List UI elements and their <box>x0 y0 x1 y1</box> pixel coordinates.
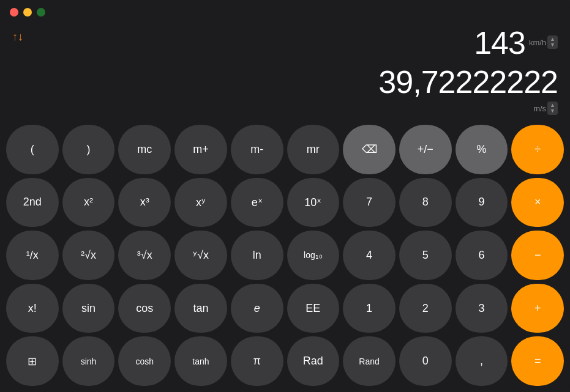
minimize-button[interactable] <box>23 8 32 17</box>
cos-button[interactable]: cos <box>118 284 171 333</box>
three-button[interactable]: 3 <box>456 284 508 333</box>
divide-button[interactable]: ÷ <box>511 125 564 174</box>
buttons-area: ()mcm+m-mr⌫+/−%÷2ndx²x³xʸeˣ10ˣ789×¹/x²√x… <box>0 120 570 392</box>
main-unit-selector[interactable]: ▲▼ <box>547 102 558 115</box>
mr-button[interactable]: mr <box>287 125 340 174</box>
button-row-2: ¹/x²√x³√xʸ√xlnlog₁₀456− <box>6 231 564 280</box>
backspace-button[interactable]: ⌫ <box>343 125 396 174</box>
mc-button[interactable]: mc <box>118 125 171 174</box>
traffic-lights <box>10 8 45 17</box>
top-unit-selector[interactable]: ▲▼ <box>547 35 558 49</box>
close-button[interactable] <box>10 8 18 17</box>
multiply-button[interactable]: × <box>511 178 564 227</box>
four-button[interactable]: 4 <box>343 231 396 280</box>
10-to-x-button[interactable]: 10ˣ <box>287 178 340 227</box>
log10-button[interactable]: log₁₀ <box>287 231 340 280</box>
cbrt-button[interactable]: ³√x <box>118 231 171 280</box>
calculator-window: ↑↓ 143 km/h ▲▼ 39,72222222 m/s ▲▼ ()mcm+… <box>0 0 570 392</box>
tanh-button[interactable]: tanh <box>174 336 227 386</box>
percent-button[interactable]: % <box>456 125 508 174</box>
x-cubed-button[interactable]: x³ <box>118 178 171 227</box>
one-over-x-button[interactable]: ¹/x <box>6 231 59 280</box>
top-value: 143 <box>474 24 525 61</box>
two-button[interactable]: 2 <box>399 284 452 333</box>
button-row-1: 2ndx²x³xʸeˣ10ˣ789× <box>6 178 564 227</box>
pi-button[interactable]: π <box>231 336 283 386</box>
main-unit: m/s ▲▼ <box>12 102 558 115</box>
sinh-button[interactable]: sinh <box>62 336 115 386</box>
x-to-y-button[interactable]: xʸ <box>174 178 227 227</box>
subtract-button[interactable]: − <box>511 231 564 280</box>
ee-button[interactable]: EE <box>287 284 340 333</box>
close-paren-button[interactable]: ) <box>62 125 115 174</box>
button-row-0: ()mcm+m-mr⌫+/−%÷ <box>6 125 564 174</box>
euler-button[interactable]: e <box>231 284 283 333</box>
m-plus-button[interactable]: m+ <box>174 125 227 174</box>
tan-button[interactable]: tan <box>174 284 227 333</box>
rand-button[interactable]: Rand <box>343 336 396 386</box>
grid-button[interactable]: ⊞ <box>6 336 59 386</box>
e-to-x-button[interactable]: eˣ <box>231 178 283 227</box>
ln-button[interactable]: ln <box>231 231 283 280</box>
zero-button[interactable]: 0 <box>399 336 452 386</box>
open-paren-button[interactable]: ( <box>6 125 59 174</box>
equals-button[interactable]: = <box>511 336 564 386</box>
eight-button[interactable]: 8 <box>399 178 452 227</box>
factorial-button[interactable]: x! <box>6 284 59 333</box>
sin-button[interactable]: sin <box>62 284 115 333</box>
conversion-row: 143 km/h ▲▼ <box>12 24 558 61</box>
seven-button[interactable]: 7 <box>343 178 396 227</box>
main-value: 39,72222222 <box>12 64 558 100</box>
five-button[interactable]: 5 <box>399 231 452 280</box>
yth-root-button[interactable]: ʸ√x <box>174 231 227 280</box>
second-button[interactable]: 2nd <box>6 178 59 227</box>
one-button[interactable]: 1 <box>343 284 396 333</box>
button-row-4: ⊞sinhcoshtanhπRadRand0,= <box>6 336 564 386</box>
cosh-button[interactable]: cosh <box>118 336 171 386</box>
x-squared-button[interactable]: x² <box>62 178 115 227</box>
six-button[interactable]: 6 <box>456 231 508 280</box>
decimal-button[interactable]: , <box>456 336 508 386</box>
add-button[interactable]: + <box>511 284 564 333</box>
button-row-3: x!sincostaneEE123+ <box>6 284 564 333</box>
swap-icon[interactable]: ↑↓ <box>12 31 23 43</box>
m-minus-button[interactable]: m- <box>231 125 283 174</box>
top-unit: km/h ▲▼ <box>529 35 558 49</box>
sqrt-button[interactable]: ²√x <box>62 231 115 280</box>
maximize-button[interactable] <box>37 8 45 17</box>
rad-button[interactable]: Rad <box>287 336 340 386</box>
display-area: ↑↓ 143 km/h ▲▼ 39,72222222 m/s ▲▼ <box>0 24 570 120</box>
nine-button[interactable]: 9 <box>456 178 508 227</box>
titlebar <box>0 0 570 24</box>
plus-minus-button[interactable]: +/− <box>399 125 452 174</box>
